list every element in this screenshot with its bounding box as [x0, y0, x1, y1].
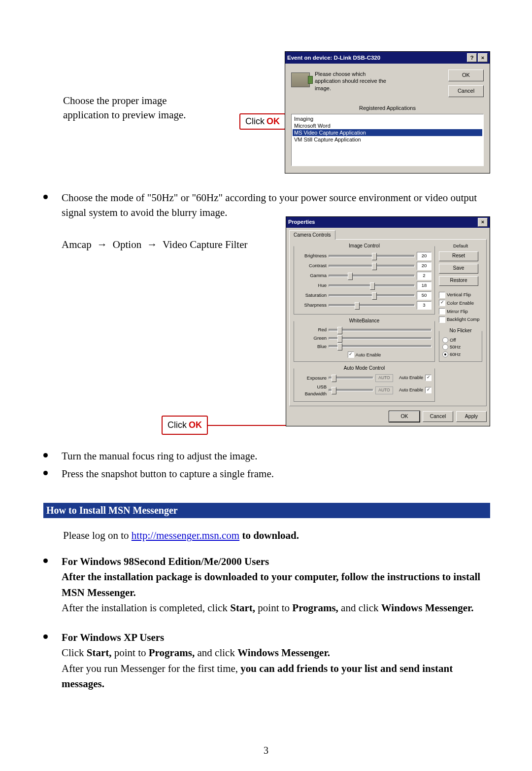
vertical-flip-checkbox[interactable] [439, 292, 445, 298]
image-control-group: Image Control Brightness 20 Contrast [294, 243, 435, 315]
properties-apply-button[interactable]: Apply [456, 411, 487, 422]
wb-red-label: Red [297, 326, 327, 333]
usb-bandwidth-slider[interactable] [329, 389, 373, 391]
registered-apps-list[interactable]: Imaging Microsoft Word MS Video Capture … [291, 114, 484, 166]
gamma-slider[interactable] [329, 275, 415, 277]
color-enable-checkbox[interactable]: ✓ [439, 300, 445, 306]
app-item[interactable]: Imaging [293, 115, 482, 122]
winxp-block: For Windows XP Users Click Start, point … [62, 630, 490, 692]
reset-button[interactable]: Reset [439, 251, 478, 261]
exposure-auto-value: AUTO [375, 374, 393, 382]
event-dialog-titlebar: Event on device: D-Link DSB-C320 ? × [285, 52, 490, 64]
bullet-dot [43, 559, 48, 563]
sharpness-label: Sharpness [297, 302, 327, 309]
close-button[interactable]: × [478, 53, 488, 62]
wb-green-slider[interactable] [329, 337, 432, 340]
registered-apps-label: Registered Applications [291, 105, 484, 111]
hue-value: 18 [417, 281, 432, 290]
mirror-flip-checkbox[interactable] [439, 308, 445, 315]
wb-blue-label: Blue [297, 343, 327, 350]
bullet-dot [43, 471, 48, 475]
properties-cancel-button[interactable]: Cancel [423, 411, 453, 422]
event-dialog-title: Event on device: D-Link DSB-C320 [287, 55, 466, 61]
brightness-slider[interactable] [329, 255, 415, 257]
no-flicker-60hz-label: 60Hz [450, 351, 461, 358]
wb-red-slider[interactable] [329, 329, 432, 331]
vertical-flip-label: Vertical Flip [447, 291, 471, 298]
winxp-line1: Click Start, point to Programs, and clic… [62, 645, 490, 661]
gamma-label: Gamma [297, 272, 327, 279]
app-item-selected[interactable]: MS Video Capture Application [293, 129, 482, 136]
no-flicker-group: No Flicker Off 50Hz 60Hz [439, 327, 482, 362]
properties-close-button[interactable]: × [478, 218, 488, 227]
preview-instruction-line1: Choose the proper image [63, 94, 225, 108]
hue-slider[interactable] [329, 284, 415, 287]
bullet-dot [43, 453, 48, 457]
camera-controls-tab[interactable]: Camera Controls [289, 230, 335, 240]
no-flicker-50hz-label: 50Hz [450, 344, 461, 350]
app-item[interactable]: VM Still Capture Application [293, 136, 482, 143]
bullet-dot [43, 634, 48, 639]
usbbw-auto-enable-label: Auto Enable [399, 387, 423, 393]
mirror-flip-label: Mirror Flip [447, 308, 468, 315]
bullet-hz-text: Choose the mode of "50Hz" or "60Hz" acco… [62, 190, 490, 220]
exposure-slider[interactable] [329, 377, 373, 379]
restore-button[interactable]: Restore [439, 276, 478, 286]
contrast-label: Contrast [297, 262, 327, 269]
image-control-legend: Image Control [347, 243, 381, 250]
win98-line1: After the installation package is downlo… [62, 569, 490, 600]
contrast-value: 20 [417, 262, 432, 270]
saturation-label: Saturation [297, 292, 327, 299]
wb-green-label: Green [297, 335, 327, 342]
sharpness-slider[interactable] [329, 304, 415, 307]
event-instruction: Please choose which application should r… [315, 70, 443, 92]
winxp-line2: After you run Messenger for the first ti… [62, 661, 490, 692]
exposure-auto-enable-checkbox[interactable]: ✓ [425, 375, 432, 381]
preview-instruction: Choose the proper image application to p… [43, 54, 225, 123]
win98-line2: After the installation is completed, cli… [62, 600, 490, 616]
app-item[interactable]: Microsoft Word [293, 122, 482, 129]
arrow-icon: → [94, 239, 110, 250]
arrow-icon: → [144, 239, 160, 250]
click-ok-callout: Click OK [239, 113, 286, 130]
exposure-label: Exposure [297, 375, 327, 382]
win98-block: For Windows 98Second Edition/Me/2000 Use… [62, 554, 490, 616]
wb-auto-enable-checkbox[interactable]: ✓ [348, 351, 354, 358]
install-msn-header: How to Install MSN Messenger [43, 503, 490, 518]
sharpness-value: 3 [417, 301, 432, 310]
properties-title: Properties [288, 218, 477, 226]
click-ok-callout-2: Click OK [162, 416, 208, 434]
msn-intro: Please log on to http://messenger.msn.co… [63, 528, 490, 543]
usbbw-auto-enable-checkbox[interactable]: ✓ [425, 387, 432, 393]
no-flicker-60hz-radio[interactable] [442, 351, 448, 357]
whitebalance-group: WhiteBalance Red Green [294, 317, 435, 362]
event-ok-button[interactable]: OK [448, 70, 484, 81]
backlight-label: Backlight Comp [447, 316, 480, 323]
hue-label: Hue [297, 282, 327, 289]
no-flicker-off-label: Off [450, 337, 456, 344]
save-button[interactable]: Save [439, 264, 478, 274]
msn-download-link[interactable]: http://messenger.msn.com [132, 529, 239, 541]
manual-focus-bullet: Turn the manual focus ring to adjust the… [62, 449, 490, 463]
help-button[interactable]: ? [467, 53, 477, 62]
wb-auto-enable-label: Auto Enable [356, 351, 381, 358]
event-cancel-button[interactable]: Cancel [448, 85, 484, 97]
auto-mode-control-group: Auto Mode Control Exposure AUTO Auto Ena… [294, 365, 435, 402]
no-flicker-off-radio[interactable] [442, 337, 448, 343]
callout-ok-text: OK [266, 116, 280, 127]
snapshot-bullet: Press the snapshot button to capture a s… [62, 466, 490, 481]
color-enable-label: Color Enable [447, 300, 474, 307]
brightness-label: Brightness [297, 252, 327, 259]
backlight-comp-checkbox[interactable] [439, 316, 445, 323]
no-flicker-50hz-radio[interactable] [442, 344, 448, 350]
brightness-value: 20 [417, 252, 432, 260]
properties-ok-button[interactable]: OK [389, 411, 420, 422]
contrast-slider[interactable] [329, 265, 415, 267]
bullet-dot [43, 195, 48, 199]
event-dialog: Event on device: D-Link DSB-C320 ? × Ple… [285, 51, 490, 174]
camera-icon [291, 72, 310, 87]
winxp-title: For Windows XP Users [62, 630, 490, 646]
exposure-auto-enable-label: Auto Enable [399, 375, 423, 381]
wb-blue-slider[interactable] [329, 345, 432, 348]
saturation-slider[interactable] [329, 294, 415, 297]
